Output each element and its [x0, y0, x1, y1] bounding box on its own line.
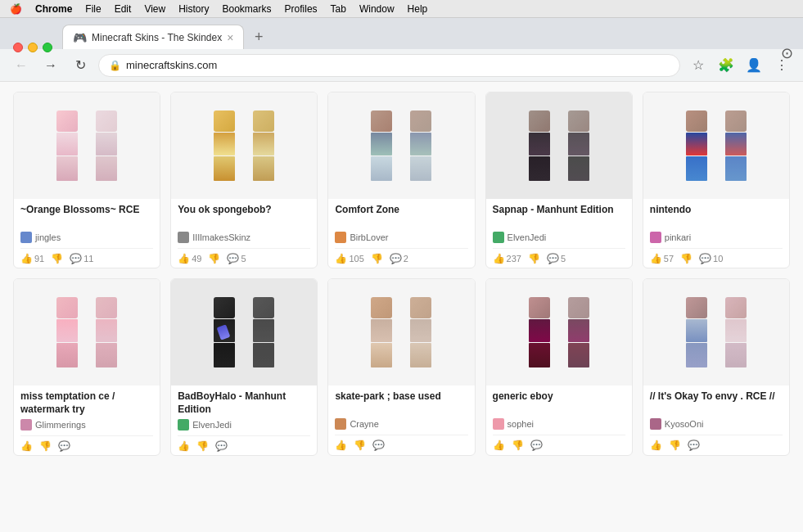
skin-name-7: BadBoyHalo - Manhunt Edition — [178, 390, 310, 416]
url-bar[interactable]: 🔒 minecraftskins.com — [98, 54, 680, 77]
chrome-menu[interactable]: Chrome — [35, 3, 72, 15]
skin-grid: ~Orange Blossoms~ RCE jingles 👍 91 👎 💬 1… — [13, 92, 790, 456]
skin-preview-7 — [171, 279, 317, 385]
close-window-button[interactable] — [13, 43, 23, 52]
skin-card-10[interactable]: // It's Okay To envy . RCE // KyosoOni 👍… — [643, 278, 790, 456]
author-avatar-8 — [335, 418, 346, 430]
tab-menu[interactable]: Tab — [331, 3, 346, 15]
skin-name-3: Comfort Zone — [335, 204, 467, 228]
new-tab-button[interactable]: + — [247, 25, 270, 48]
author-avatar-3 — [335, 232, 346, 243]
url-text: minecraftskins.com — [126, 59, 670, 71]
skin-preview-3 — [328, 92, 474, 199]
window-controls[interactable] — [13, 43, 52, 52]
skin-preview-5 — [643, 92, 789, 199]
skin-name-5: nintendo — [650, 204, 783, 228]
skin-preview-4 — [486, 92, 632, 199]
toolbar-icons: ☆ 🧩 👤 ⋮ — [687, 54, 793, 77]
minimize-window-button[interactable] — [28, 43, 38, 52]
chrome-profile-icon[interactable]: ⊙ — [781, 44, 793, 62]
skin-card-2[interactable]: You ok spongebob? IIIlmakesSkinz 👍 49 👎 … — [170, 92, 318, 268]
author-avatar-2 — [178, 232, 189, 243]
chrome-toolbar-right: ⊙ — [781, 44, 793, 62]
skin-name-6: miss temptation ce / watermark try — [20, 390, 153, 416]
close-tab-button[interactable]: × — [227, 31, 233, 44]
skin-author-8: Crayne — [335, 418, 467, 430]
skin-card-3[interactable]: Comfort Zone BirbLover 👍 105 👎 💬 2 — [327, 92, 475, 268]
skin-author-3: BirbLover — [335, 232, 467, 243]
menu-bar: 🍎 Chrome File Edit View History Bookmark… — [0, 0, 803, 18]
edit-menu[interactable]: Edit — [115, 3, 132, 15]
lock-icon: 🔒 — [109, 60, 121, 71]
skin-author-10: KyosoOni — [650, 418, 783, 430]
skin-stats-9: 👍 👎 💬 — [493, 435, 625, 451]
file-menu[interactable]: File — [85, 3, 101, 15]
skin-card-7[interactable]: BadBoyHalo - Manhunt Edition ElvenJedi 👍… — [170, 278, 318, 456]
skin-author-9: sophei — [493, 418, 625, 430]
skin-stats-2: 👍 49 👎 💬 5 — [178, 248, 310, 264]
skin-card-9[interactable]: generic eboy sophei 👍 👎 💬 — [485, 278, 633, 456]
reload-button[interactable]: ↻ — [69, 54, 92, 77]
skin-stats-1: 👍 91 👎 💬 11 — [20, 248, 153, 264]
author-avatar-9 — [493, 418, 504, 430]
extensions-icon[interactable]: 🧩 — [715, 54, 738, 77]
history-menu[interactable]: History — [178, 3, 209, 15]
skin-stats-4: 👍 237 👎 💬 5 — [493, 248, 625, 264]
skin-card-8[interactable]: skate-park ; base used Crayne 👍 👎 💬 — [327, 278, 475, 456]
skin-stats-6: 👍 👎 💬 — [20, 435, 153, 452]
window-menu[interactable]: Window — [359, 3, 395, 15]
skin-name-9: generic eboy — [493, 390, 625, 415]
page-content: ~Orange Blossoms~ RCE jingles 👍 91 👎 💬 1… — [0, 82, 803, 532]
skin-card-4[interactable]: Sapnap - Manhunt Edition ElvenJedi 👍 237… — [485, 92, 633, 268]
address-bar: ← → ↻ 🔒 minecraftskins.com ☆ 🧩 👤 ⋮ — [0, 49, 803, 82]
skin-preview-6 — [14, 279, 160, 385]
skin-card-6[interactable]: miss temptation ce / watermark try Glimm… — [13, 278, 160, 456]
author-avatar-4 — [493, 232, 504, 243]
skin-stats-8: 👍 👎 💬 — [335, 435, 467, 451]
profile-icon[interactable]: 👤 — [742, 54, 765, 77]
skin-stats-5: 👍 57 👎 💬 10 — [650, 248, 783, 264]
skin-card-5[interactable]: nintendo pinkari 👍 57 👎 💬 10 — [643, 92, 790, 268]
fullscreen-window-button[interactable] — [43, 43, 52, 52]
profiles-menu[interactable]: Profiles — [285, 3, 318, 15]
skin-card-1[interactable]: ~Orange Blossoms~ RCE jingles 👍 91 👎 💬 1… — [13, 92, 160, 268]
help-menu[interactable]: Help — [408, 3, 428, 15]
forward-button[interactable]: → — [39, 54, 62, 77]
tab-title: Minecraft Skins - The Skindex — [92, 32, 222, 43]
skin-preview-9 — [486, 279, 632, 385]
skin-stats-10: 👍 👎 💬 — [650, 435, 783, 451]
skin-name-2: You ok spongebob? — [178, 204, 310, 228]
skin-name-1: ~Orange Blossoms~ RCE — [20, 204, 153, 228]
active-tab[interactable]: 🎮 Minecraft Skins - The Skindex × — [62, 25, 244, 49]
skin-author-1: jingles — [20, 232, 153, 243]
author-avatar-5 — [650, 232, 661, 243]
author-avatar-6 — [20, 419, 32, 431]
author-avatar-1 — [20, 232, 32, 243]
skin-author-4: ElvenJedi — [493, 232, 625, 243]
skin-preview-1 — [14, 92, 160, 199]
tab-bar: 🎮 Minecraft Skins - The Skindex × + ⊙ — [0, 18, 803, 49]
skin-preview-10 — [643, 279, 789, 385]
bookmark-icon[interactable]: ☆ — [687, 54, 710, 77]
view-menu[interactable]: View — [144, 3, 165, 15]
author-avatar-10 — [650, 418, 661, 430]
skin-preview-8 — [328, 279, 474, 385]
tab-favicon: 🎮 — [73, 31, 87, 44]
skin-author-2: IIIlmakesSkinz — [178, 232, 310, 243]
bookmarks-menu[interactable]: Bookmarks — [223, 3, 272, 15]
back-button[interactable]: ← — [10, 54, 33, 77]
skin-author-5: pinkari — [650, 232, 783, 243]
skin-stats-7: 👍 👎 💬 — [178, 435, 310, 452]
skin-name-8: skate-park ; base used — [335, 390, 467, 415]
author-avatar-7 — [178, 419, 189, 431]
skin-name-4: Sapnap - Manhunt Edition — [493, 204, 625, 228]
skin-stats-3: 👍 105 👎 💬 2 — [335, 248, 467, 264]
skin-author-6: Glimmerings — [20, 419, 153, 431]
skin-author-7: ElvenJedi — [178, 419, 310, 431]
skin-preview-2 — [171, 92, 317, 199]
skin-name-10: // It's Okay To envy . RCE // — [650, 390, 783, 415]
apple-menu[interactable]: 🍎 — [10, 3, 22, 15]
